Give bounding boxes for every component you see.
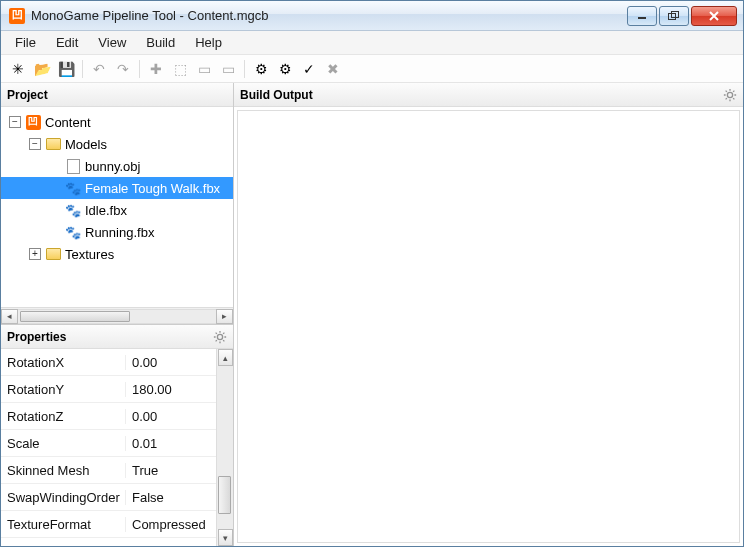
toolbar-separator	[82, 60, 83, 78]
property-value[interactable]: 180.00	[126, 382, 216, 397]
menubar: File Edit View Build Help	[1, 31, 743, 55]
project-hscrollbar[interactable]: ◂ ▸	[1, 307, 233, 324]
property-value[interactable]: 0.01	[126, 436, 216, 451]
redo-icon[interactable]: ↷	[112, 58, 134, 80]
project-panel-title: Project	[7, 88, 48, 102]
menu-file[interactable]: File	[5, 32, 46, 53]
property-row[interactable]: RotationY180.00	[1, 376, 216, 403]
expander-icon[interactable]: +	[29, 248, 41, 260]
scroll-left-button[interactable]: ◂	[1, 309, 18, 324]
build-output-header: Build Output	[234, 83, 743, 107]
property-row[interactable]: RotationZ0.00	[1, 403, 216, 430]
property-row[interactable]: SwapWindingOrderFalse	[1, 484, 216, 511]
minimize-button[interactable]	[627, 6, 657, 26]
close-icon	[708, 11, 720, 21]
folder-icon	[45, 246, 61, 262]
property-row[interactable]: Skinned MeshTrue	[1, 457, 216, 484]
add-item-icon[interactable]: ✚	[145, 58, 167, 80]
titlebar[interactable]: 凹 MonoGame Pipeline Tool - Content.mgcb	[1, 1, 743, 31]
tree-item-label: Running.fbx	[85, 225, 154, 240]
tree-item-label: Female Tough Walk.fbx	[85, 181, 220, 196]
properties-panel-header: Properties	[1, 325, 233, 349]
toolbar: ✳📂💾↶↷✚⬚▭▭⚙⚙✓✖	[1, 55, 743, 83]
maximize-icon	[668, 11, 680, 21]
open-icon[interactable]: 📂	[31, 58, 53, 80]
maximize-button[interactable]	[659, 6, 689, 26]
property-row[interactable]: Scale0.01	[1, 430, 216, 457]
content-icon: 凹	[25, 114, 41, 130]
expander-icon[interactable]: −	[9, 116, 21, 128]
build-icon[interactable]: ⚙	[250, 58, 272, 80]
scroll-up-button[interactable]: ▴	[218, 349, 233, 366]
rebuild-icon[interactable]: ⚙	[274, 58, 296, 80]
cancel-build-icon[interactable]: ✖	[322, 58, 344, 80]
tree-item-label: Idle.fbx	[85, 203, 127, 218]
close-button[interactable]	[691, 6, 737, 26]
new-icon[interactable]: ✳	[7, 58, 29, 80]
property-name: Scale	[1, 436, 126, 451]
undo-icon[interactable]: ↶	[88, 58, 110, 80]
tree-item[interactable]: −凹Content	[1, 111, 233, 133]
app-icon: 凹	[9, 8, 25, 24]
tree-item[interactable]: 🐾Idle.fbx	[1, 199, 233, 221]
animation-icon: 🐾	[65, 224, 81, 240]
menu-edit[interactable]: Edit	[46, 32, 88, 53]
property-value[interactable]: False	[126, 490, 216, 505]
gear-icon[interactable]	[723, 88, 737, 102]
menu-help[interactable]: Help	[185, 32, 232, 53]
properties-grid[interactable]: RotationX0.00RotationY180.00RotationZ0.0…	[1, 349, 216, 546]
toolbar-separator	[139, 60, 140, 78]
clean-icon[interactable]: ✓	[298, 58, 320, 80]
vscroll-thumb[interactable]	[218, 476, 231, 514]
tree-item-label: Textures	[65, 247, 114, 262]
project-tree[interactable]: −凹Content−Modelsbunny.obj🐾Female Tough W…	[1, 107, 233, 307]
scroll-right-button[interactable]: ▸	[216, 309, 233, 324]
properties-panel-title: Properties	[7, 330, 66, 344]
hscroll-thumb[interactable]	[20, 311, 130, 322]
property-row[interactable]: TextureFormatCompressed	[1, 511, 216, 538]
expander-icon[interactable]: −	[29, 138, 41, 150]
tree-item[interactable]: 🐾Female Tough Walk.fbx	[1, 177, 233, 199]
window-title: MonoGame Pipeline Tool - Content.mgcb	[31, 8, 625, 23]
animation-icon: 🐾	[65, 202, 81, 218]
property-name: RotationY	[1, 382, 126, 397]
project-panel-header: Project	[1, 83, 233, 107]
tree-item-label: Models	[65, 137, 107, 152]
property-name: SwapWindingOrder	[1, 490, 126, 505]
menu-build[interactable]: Build	[136, 32, 185, 53]
property-value[interactable]: True	[126, 463, 216, 478]
tree-item[interactable]: +Textures	[1, 243, 233, 265]
property-value[interactable]: Compressed	[126, 517, 216, 532]
tree-item-label: Content	[45, 115, 91, 130]
file-icon	[65, 158, 81, 174]
animation-icon: 🐾	[65, 180, 81, 196]
property-row[interactable]: RotationX0.00	[1, 349, 216, 376]
save-icon[interactable]: 💾	[55, 58, 77, 80]
property-value[interactable]: 0.00	[126, 409, 216, 424]
add-existing-icon[interactable]: ⬚	[169, 58, 191, 80]
build-output-body[interactable]	[237, 110, 740, 543]
tree-item-label: bunny.obj	[85, 159, 140, 174]
build-output-title: Build Output	[240, 88, 313, 102]
menu-view[interactable]: View	[88, 32, 136, 53]
property-name: Skinned Mesh	[1, 463, 126, 478]
svg-point-3	[217, 334, 222, 339]
properties-vscrollbar[interactable]: ▴ ▾	[216, 349, 233, 546]
tree-item[interactable]: −Models	[1, 133, 233, 155]
tree-item[interactable]: bunny.obj	[1, 155, 233, 177]
app-window: 凹 MonoGame Pipeline Tool - Content.mgcb …	[0, 0, 744, 547]
toolbar-separator	[244, 60, 245, 78]
add-existing-folder-icon[interactable]: ▭	[217, 58, 239, 80]
property-name: RotationX	[1, 355, 126, 370]
add-folder-icon[interactable]: ▭	[193, 58, 215, 80]
folder-icon	[45, 136, 61, 152]
property-name: RotationZ	[1, 409, 126, 424]
property-name: TextureFormat	[1, 517, 126, 532]
gear-icon[interactable]	[213, 330, 227, 344]
svg-point-4	[727, 92, 732, 97]
property-value[interactable]: 0.00	[126, 355, 216, 370]
minimize-icon	[637, 11, 647, 21]
scroll-down-button[interactable]: ▾	[218, 529, 233, 546]
tree-item[interactable]: 🐾Running.fbx	[1, 221, 233, 243]
